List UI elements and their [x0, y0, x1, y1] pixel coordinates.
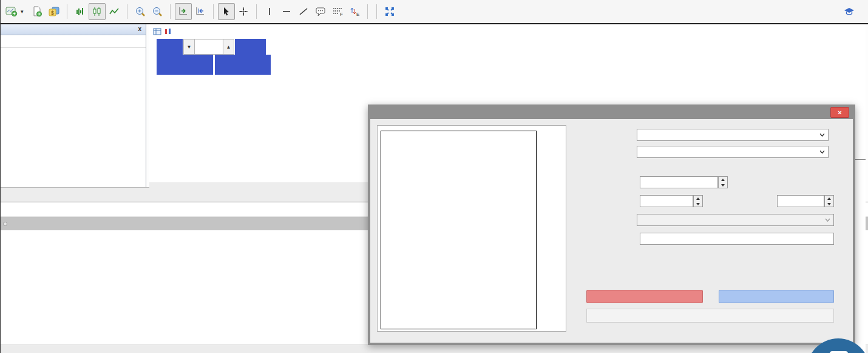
- take-profit-spinner[interactable]: [824, 195, 834, 207]
- fill-policy-select: [637, 214, 834, 226]
- toolbar-divider: [256, 4, 257, 19]
- new-order-icon[interactable]: [29, 3, 46, 20]
- buy-button[interactable]: [234, 39, 266, 55]
- market-watch-titlebar[interactable]: x: [1, 24, 146, 35]
- trendline-icon[interactable]: [295, 3, 312, 20]
- market-watch-panel: x: [1, 24, 146, 187]
- symbol-select[interactable]: [637, 129, 829, 141]
- svg-text:E: E: [356, 12, 359, 17]
- candlestick-chart-icon[interactable]: [89, 3, 106, 20]
- mql5-community-link[interactable]: [844, 7, 864, 16]
- volume-input[interactable]: [640, 176, 718, 188]
- one-click-trading-icon[interactable]: [164, 27, 172, 36]
- market-watch-tabs: [1, 187, 149, 202]
- main-toolbar: ▾ $: [1, 0, 868, 24]
- comment-input[interactable]: [640, 233, 834, 245]
- click-to-add-row[interactable]: [1, 48, 146, 61]
- mt5-window: ▾ $: [0, 0, 868, 353]
- sell-price[interactable]: [157, 55, 213, 75]
- chart-header: [153, 27, 177, 36]
- chart-shift-icon[interactable]: [192, 3, 209, 20]
- text-label-icon[interactable]: [312, 3, 329, 20]
- zoom-out-icon[interactable]: [149, 3, 166, 20]
- order-dialog-titlebar[interactable]: [370, 105, 853, 119]
- stop-loss-spinner[interactable]: [693, 195, 703, 207]
- balance-bullet-icon: [3, 222, 7, 226]
- right-gutter: [855, 24, 866, 353]
- chevron-down-icon: [825, 218, 830, 222]
- vertical-line-icon[interactable]: [261, 3, 278, 20]
- close-icon[interactable]: ×: [830, 107, 849, 118]
- toolbar-divider: [367, 4, 368, 19]
- volume-decrease-button[interactable]: ▼: [183, 39, 195, 55]
- buy-price[interactable]: [215, 55, 271, 75]
- close-icon[interactable]: x: [136, 25, 143, 33]
- one-click-trading-panel: ▼ ▲: [157, 39, 271, 75]
- toolbar-divider: [170, 4, 171, 19]
- svg-text:F: F: [340, 12, 343, 17]
- fullscreen-icon[interactable]: [381, 3, 398, 20]
- one-click-volume[interactable]: [195, 39, 223, 55]
- sell-by-market-button[interactable]: [586, 290, 703, 303]
- market-watch-header: [1, 35, 146, 48]
- bar-chart-icon[interactable]: [72, 3, 89, 20]
- cursor-icon[interactable]: [218, 3, 235, 20]
- toolbar-divider: [376, 4, 377, 19]
- type-select[interactable]: [637, 146, 829, 158]
- horizontal-line-icon[interactable]: [278, 3, 295, 20]
- toolbar-divider: [127, 4, 127, 19]
- toolbar-divider: [213, 4, 214, 19]
- volume-spinner[interactable]: [718, 176, 728, 188]
- toolbar-divider: [67, 4, 67, 19]
- order-status-box: [586, 309, 834, 323]
- accounts-icon[interactable]: $: [46, 3, 63, 20]
- line-chart-icon[interactable]: [106, 3, 123, 20]
- graduation-cap-icon: [844, 7, 855, 16]
- crosshair-icon[interactable]: [235, 3, 252, 20]
- take-profit-input[interactable]: [777, 195, 824, 207]
- status-strip: [1, 344, 868, 353]
- depth-of-market-icon[interactable]: [153, 27, 161, 36]
- indicators-icon[interactable]: E: [346, 3, 363, 20]
- new-chart-dropdown-icon[interactable]: ▾: [21, 9, 24, 15]
- tick-chart-panel: [377, 125, 566, 332]
- zoom-in-icon[interactable]: [132, 3, 149, 20]
- tick-chart-plot: [381, 131, 537, 329]
- auto-scroll-icon[interactable]: [175, 3, 192, 20]
- background-window-edge: [866, 0, 868, 353]
- new-chart-icon[interactable]: [3, 3, 20, 20]
- buy-by-market-button[interactable]: [719, 290, 834, 303]
- order-dialog: ×: [368, 105, 855, 345]
- sell-button[interactable]: [157, 39, 183, 55]
- svg-text:$: $: [51, 10, 54, 16]
- stop-loss-input[interactable]: [640, 195, 693, 207]
- chevron-down-icon: [819, 150, 825, 154]
- fibonacci-icon[interactable]: F: [329, 3, 346, 20]
- chevron-down-icon: [819, 133, 825, 137]
- volume-increase-button[interactable]: ▲: [223, 39, 234, 55]
